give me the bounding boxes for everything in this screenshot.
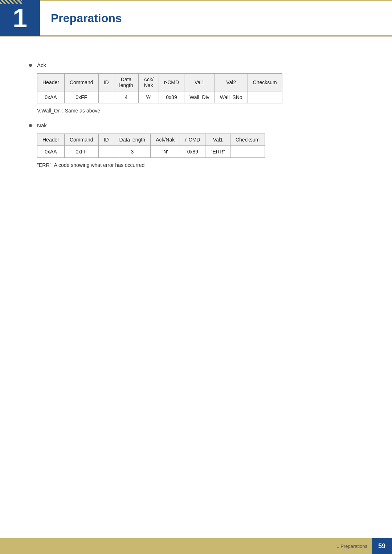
nak-note: "ERR": A code showing what error has occ… — [37, 162, 363, 168]
ack-col-rcmd: r-CMD — [159, 74, 184, 91]
ack-cell-val2: Wall_SNo — [215, 91, 248, 103]
nak-col-rcmd: r-CMD — [180, 134, 205, 146]
ack-cell-checksum — [248, 91, 282, 103]
footer-section-label: 1 Preparations — [336, 543, 372, 549]
chapter-number: 1 — [0, 0, 40, 36]
nak-cell-checksum — [230, 146, 265, 158]
decorative-stripe — [0, 0, 22, 4]
nak-cell-data-length: 3 — [114, 146, 151, 158]
nak-label: Nak — [37, 122, 47, 128]
page-header: 1 Preparations — [0, 0, 392, 37]
nak-cell-id — [98, 146, 114, 158]
ack-col-checksum: Checksum — [248, 74, 282, 91]
nak-cell-header: 0xAA — [37, 146, 65, 158]
ack-cell-rcmd: 0x89 — [159, 91, 184, 103]
ack-note: V.Wall_On : Same as above — [37, 108, 363, 114]
nak-col-ack-nak: Ack/Nak — [151, 134, 180, 146]
ack-col-id: ID — [98, 74, 114, 91]
nak-bullet-label: Nak — [29, 122, 363, 128]
ack-data-row: 0xAA 0xFF 4 'A' 0x89 Wall_Div Wall_SNo — [37, 91, 282, 103]
ack-table: Header Command ID Datalength Ack/Nak r-C… — [37, 73, 282, 103]
ack-cell-command: 0xFF — [64, 91, 98, 103]
ack-section: Ack Header Command ID Datalength Ack/Nak… — [29, 62, 363, 114]
footer-page-number: 59 — [372, 538, 392, 554]
ack-cell-val1: Wall_Div — [184, 91, 215, 103]
ack-cell-data-length: 4 — [114, 91, 138, 103]
chapter-title-block: Preparations — [40, 0, 392, 36]
ack-col-data-length: Datalength — [114, 74, 138, 91]
ack-cell-id — [98, 91, 114, 103]
ack-col-ack-nak: Ack/Nak — [138, 74, 159, 91]
nak-table: Header Command ID Data length Ack/Nak r-… — [37, 134, 265, 158]
bullet-dot — [29, 64, 32, 67]
ack-bullet-label: Ack — [29, 62, 363, 68]
nak-col-checksum: Checksum — [230, 134, 265, 146]
main-content: Ack Header Command ID Datalength Ack/Nak… — [0, 51, 392, 188]
nak-data-row: 0xAA 0xFF 3 'N' 0x89 "ERR" — [37, 146, 265, 158]
ack-col-val2: Val2 — [215, 74, 248, 91]
ack-col-header: Header — [37, 74, 65, 91]
nak-col-command: Command — [64, 134, 98, 146]
nak-col-id: ID — [98, 134, 114, 146]
ack-col-command: Command — [64, 74, 98, 91]
ack-label: Ack — [37, 62, 46, 68]
nak-cell-rcmd: 0x89 — [180, 146, 205, 158]
nak-section: Nak Header Command ID Data length Ack/Na… — [29, 122, 363, 168]
ack-col-val1: Val1 — [184, 74, 215, 91]
chapter-title: Preparations — [51, 12, 122, 25]
nak-cell-command: 0xFF — [64, 146, 98, 158]
nak-col-val1: Val1 — [205, 134, 230, 146]
nak-col-header: Header — [37, 134, 65, 146]
nak-bullet-dot — [29, 124, 32, 127]
ack-cell-ack-nak: 'A' — [138, 91, 159, 103]
ack-cell-header: 0xAA — [37, 91, 65, 103]
nak-cell-val1: "ERR" — [205, 146, 230, 158]
nak-cell-ack-nak: 'N' — [151, 146, 180, 158]
page-footer: 1 Preparations 59 — [0, 538, 392, 554]
nak-col-data-length: Data length — [114, 134, 151, 146]
